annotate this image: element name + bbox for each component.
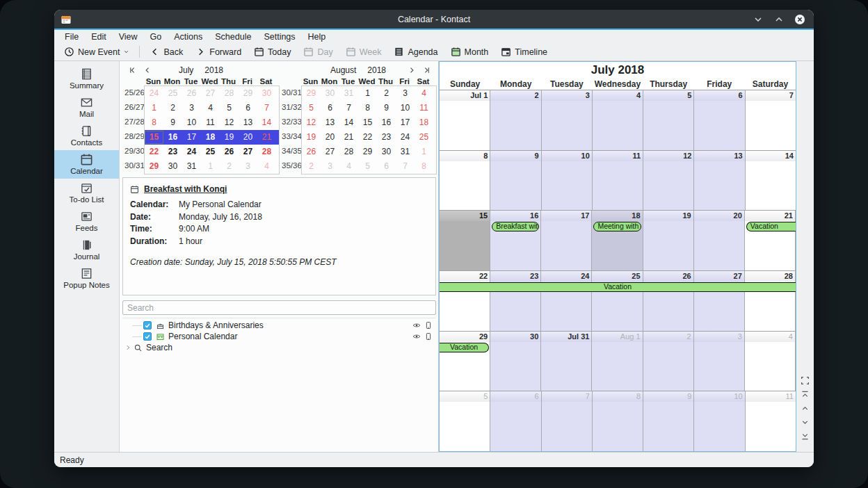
calendar-checkbox[interactable] (143, 332, 152, 341)
mini-calendar-day[interactable]: 27 (239, 145, 257, 158)
close-button[interactable] (794, 14, 805, 25)
device-icon[interactable] (424, 332, 433, 341)
month-day-cell[interactable]: 10 (694, 391, 745, 451)
mini-calendar-day[interactable]: 2 (220, 160, 239, 173)
mini-calendar-day[interactable]: 30 (321, 87, 339, 100)
mini-calendar-day[interactable]: 8 (145, 116, 163, 129)
mini-calendar-month-year[interactable]: August2018 (280, 65, 437, 75)
titlebar[interactable]: Calendar - Kontact (54, 10, 814, 29)
toolbar-back-button[interactable]: Back (144, 45, 188, 58)
mini-calendar-day[interactable]: 25 (163, 87, 182, 100)
mini-calendar-day[interactable]: 2 (302, 160, 321, 173)
mini-calendar-day[interactable]: 31 (396, 145, 415, 158)
mini-calendar-day[interactable]: 15 (358, 116, 377, 129)
event-bar[interactable]: Vacation (440, 282, 796, 292)
month-day-cell[interactable]: 28 (745, 271, 796, 331)
calendar-list-row-search[interactable]: Search (122, 342, 436, 353)
month-day-cell[interactable]: 2 (643, 332, 694, 391)
mini-calendar-day[interactable]: 28 (220, 87, 239, 100)
mini-calendar-day[interactable]: 29 (358, 145, 377, 158)
month-day-cell[interactable]: 19 (643, 211, 694, 270)
sidebar-item-to-do-list[interactable]: To-do List (54, 179, 119, 207)
mini-calendar-day[interactable]: 3 (239, 160, 257, 173)
sidebar-item-contacts[interactable]: Contacts (54, 122, 119, 150)
scroll-down-button[interactable] (801, 418, 810, 427)
sidebar-item-calendar[interactable]: Calendar (54, 150, 119, 179)
month-day-cell[interactable]: 12 (643, 151, 694, 211)
month-day-cell[interactable]: 27 (694, 271, 745, 331)
calendar-list-row-personal-calendar[interactable]: Personal Calendar (122, 331, 436, 342)
mini-calendar-day[interactable]: 24 (145, 87, 163, 100)
mini-calendar-day[interactable]: 18 (415, 116, 433, 129)
mini-calendar-day[interactable]: 14 (257, 116, 276, 129)
mini-calendar-day[interactable]: 9 (163, 116, 182, 129)
toolbar-timeline-button[interactable]: Timeline (495, 45, 553, 58)
mini-calendar-day[interactable]: 16 (163, 131, 182, 144)
mini-calendar-day[interactable]: 7 (339, 101, 358, 115)
month-day-cell[interactable]: 11 (746, 391, 796, 451)
mini-calendar-day[interactable]: 9 (377, 101, 396, 115)
mini-calendar-day[interactable]: 21 (257, 131, 276, 144)
month-day-cell[interactable]: 9 (643, 391, 694, 451)
month-day-cell[interactable]: 3 (694, 332, 745, 391)
mini-calendar-day[interactable]: 2 (377, 87, 396, 100)
menu-view[interactable]: View (113, 31, 144, 42)
menu-settings[interactable]: Settings (257, 31, 301, 42)
eye-icon[interactable] (412, 321, 421, 330)
mini-calendar-day[interactable]: 23 (163, 145, 182, 158)
mini-calendar-day[interactable]: 6 (321, 101, 339, 115)
mini-calendar-day[interactable]: 4 (415, 87, 433, 100)
month-day-cell[interactable]: 7 (542, 391, 593, 451)
mini-calendar-day[interactable]: 27 (321, 145, 339, 158)
sidebar-item-feeds[interactable]: Feeds (54, 207, 119, 236)
month-day-cell[interactable]: 10 (542, 151, 593, 211)
mini-calendar-day[interactable]: 26 (220, 145, 239, 158)
event-bar[interactable]: Vacation (746, 222, 796, 231)
mini-calendar-day[interactable]: 28 (257, 145, 276, 158)
mini-calendar-day[interactable]: 14 (339, 116, 358, 129)
month-day-cell[interactable]: 6 (694, 90, 745, 150)
month-day-cell[interactable]: 11 (593, 151, 643, 211)
scroll-up-button[interactable] (801, 404, 810, 413)
fit-week-button[interactable] (801, 376, 810, 385)
sidebar-item-journal[interactable]: Journal (54, 236, 119, 264)
mini-calendar-day[interactable]: 31 (182, 160, 201, 173)
mini-calendar-day[interactable]: 10 (396, 101, 415, 115)
mini-calendar-day[interactable]: 5 (220, 101, 239, 115)
mini-calendar-day[interactable]: 6 (239, 101, 257, 115)
month-day-cell[interactable]: 8 (593, 391, 643, 451)
mini-calendar-day[interactable]: 11 (415, 101, 433, 115)
mini-calendar-day[interactable]: 30 (163, 160, 182, 173)
calendar-checkbox[interactable] (143, 321, 152, 330)
expander-icon[interactable] (124, 344, 131, 351)
mini-calendar-day[interactable]: 3 (321, 160, 339, 173)
calendar-list-row-birthdays-anniversaries[interactable]: Birthdays & Anniversaries (122, 320, 436, 331)
mini-calendar-day[interactable]: 3 (182, 101, 201, 115)
event-bar[interactable]: Meeting with .... (593, 222, 641, 231)
mini-calendar-day[interactable]: 21 (339, 131, 358, 144)
toolbar-month-button[interactable]: Month (445, 45, 495, 58)
month-day-cell[interactable]: 3 (542, 90, 593, 150)
mini-calendar-day[interactable]: 10 (182, 116, 201, 129)
month-day-cell[interactable]: 30 (490, 332, 541, 391)
mini-calendar-day[interactable]: 6 (377, 160, 396, 173)
mini-calendar-day[interactable]: 13 (321, 116, 339, 129)
mini-calendar-day[interactable]: 20 (321, 131, 339, 144)
mini-calendar-day[interactable]: 29 (239, 87, 257, 100)
scroll-to-top-button[interactable] (801, 390, 810, 399)
month-day-cell[interactable]: 23 (490, 271, 541, 331)
month-day-cell[interactable]: 18 (592, 211, 643, 270)
mini-calendar-day[interactable]: 5 (302, 101, 321, 115)
eye-icon[interactable] (412, 332, 421, 341)
toolbar-today-button[interactable]: Today (248, 45, 296, 58)
month-day-cell[interactable]: 7 (746, 90, 796, 150)
mini-calendar-day[interactable]: 16 (377, 116, 396, 129)
device-icon[interactable] (424, 321, 433, 330)
mini-calendar-day[interactable]: 17 (396, 116, 415, 129)
menu-go[interactable]: Go (144, 31, 168, 42)
menu-file[interactable]: File (58, 31, 85, 42)
mini-calendar-day[interactable]: 23 (377, 131, 396, 144)
month-day-cell[interactable]: Jul 31 (541, 332, 592, 391)
mini-calendar-day[interactable]: 1 (201, 160, 220, 173)
month-day-cell[interactable]: 17 (541, 211, 592, 270)
